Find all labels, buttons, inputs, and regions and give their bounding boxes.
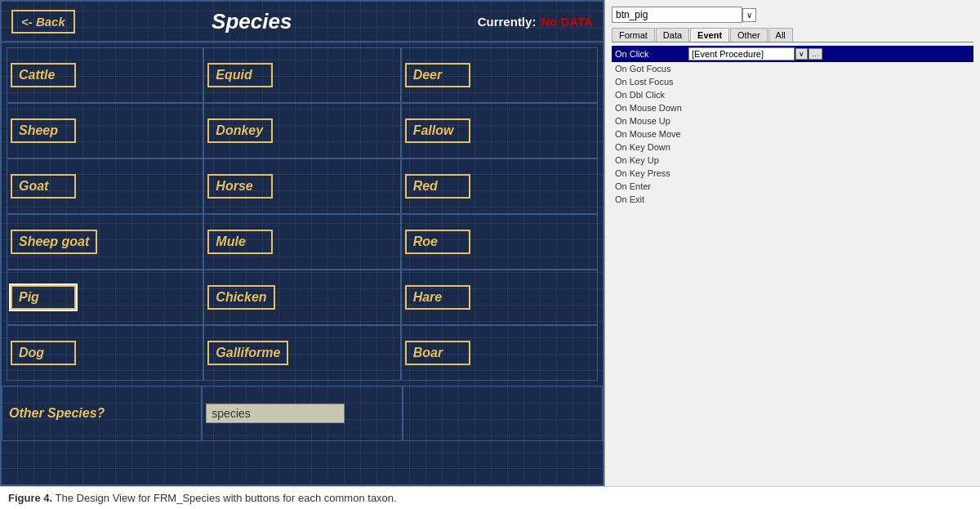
- hare-cell: Hare: [401, 270, 598, 325]
- mule-button[interactable]: Mule: [207, 230, 273, 254]
- event-row-label: On Key Up: [612, 154, 685, 167]
- caption-rest: The Design View for FRM_Species with but…: [52, 492, 397, 504]
- tab-data[interactable]: Data: [656, 28, 689, 42]
- sheep-button[interactable]: Sheep: [11, 118, 76, 143]
- species-grid: Cattle Equid Deer Sheep Donkey Fallow Go…: [2, 42, 603, 386]
- species-input-cell: [202, 386, 402, 441]
- no-data-label: No DATA: [541, 15, 593, 29]
- form-design-panel: <- Back Species Currently: No DATA Cattl…: [0, 0, 604, 486]
- red-cell: Red: [401, 159, 598, 214]
- donkey-button[interactable]: Donkey: [207, 118, 273, 143]
- roe-cell: Roe: [401, 214, 598, 270]
- cattle-cell: Cattle: [7, 47, 203, 103]
- event-row[interactable]: On Lost Focus: [612, 75, 973, 88]
- boar-button[interactable]: Boar: [405, 341, 470, 365]
- event-row-value: [685, 193, 973, 206]
- event-row-label: On Dbl Click: [612, 88, 685, 101]
- event-row-value: [685, 180, 973, 193]
- sheep-cell: Sheep: [7, 103, 203, 159]
- event-row-value: [685, 141, 973, 154]
- roe-button[interactable]: Roe: [405, 230, 470, 254]
- form-title: Species: [26, 9, 478, 34]
- form-header: <- Back Species Currently: No DATA: [2, 2, 603, 42]
- hare-button[interactable]: Hare: [405, 285, 470, 310]
- galliforme-button[interactable]: Galliforme: [207, 341, 288, 365]
- equid-button[interactable]: Equid: [207, 63, 273, 87]
- event-row-label: On Mouse Down: [612, 101, 685, 114]
- donkey-cell: Donkey: [203, 103, 400, 159]
- event-row-value: [685, 114, 973, 127]
- other-species-label-cell: Other Species?: [2, 386, 202, 441]
- event-row-value[interactable]: ∨…: [685, 46, 973, 62]
- event-table: On Click∨…On Got FocusOn Lost FocusOn Db…: [612, 46, 973, 206]
- event-dropdown-button[interactable]: ∨: [795, 48, 808, 60]
- event-row-value: [685, 127, 973, 141]
- dog-cell: Dog: [7, 325, 203, 381]
- event-row-label: On Key Down: [612, 141, 685, 154]
- event-row[interactable]: On Mouse Down: [612, 101, 973, 114]
- event-row[interactable]: On Exit: [612, 193, 973, 206]
- event-row[interactable]: On Click∨…: [612, 46, 973, 62]
- tab-event[interactable]: Event: [690, 28, 729, 42]
- event-row[interactable]: On Key Up: [612, 154, 973, 167]
- event-row-value: [685, 62, 973, 75]
- currently-label: Currently:: [478, 15, 537, 29]
- horse-button[interactable]: Horse: [207, 174, 273, 199]
- fallow-cell: Fallow: [401, 103, 598, 159]
- event-row-value: [685, 75, 973, 88]
- equid-cell: Equid: [203, 47, 400, 103]
- galliforme-cell: Galliforme: [203, 325, 400, 381]
- chicken-cell: Chicken: [203, 270, 400, 325]
- sheepgoat-cell: Sheep goat: [7, 214, 203, 270]
- deer-button[interactable]: Deer: [405, 63, 470, 87]
- goat-button[interactable]: Goat: [11, 174, 76, 199]
- tab-format[interactable]: Format: [612, 28, 655, 42]
- event-value-input[interactable]: [688, 47, 795, 60]
- event-row-label: On Lost Focus: [612, 75, 685, 88]
- chicken-button[interactable]: Chicken: [207, 285, 274, 310]
- event-row-label: On Got Focus: [612, 62, 685, 75]
- event-row-label: On Enter: [612, 180, 685, 193]
- species-empty-cell: [403, 386, 603, 441]
- properties-panel: ∨ Format Data Event Other All On Click∨……: [604, 0, 980, 486]
- dog-button[interactable]: Dog: [11, 341, 76, 365]
- goat-cell: Goat: [7, 159, 203, 214]
- prop-dropdown-button[interactable]: ∨: [742, 8, 756, 22]
- species-text-input[interactable]: [206, 404, 345, 423]
- event-row[interactable]: On Enter: [612, 180, 973, 193]
- event-row[interactable]: On Key Press: [612, 167, 973, 180]
- caption: Figure 4. The Design View for FRM_Specie…: [0, 486, 980, 509]
- caption-bold: Figure 4.: [8, 492, 52, 504]
- deer-cell: Deer: [401, 47, 598, 103]
- prop-title-row: ∨: [612, 7, 973, 23]
- pig-cell: Pig: [7, 270, 203, 325]
- event-row-value: [685, 167, 973, 180]
- event-row-value: [685, 101, 973, 114]
- fallow-button[interactable]: Fallow: [405, 118, 470, 143]
- event-row-value: [685, 88, 973, 101]
- prop-tabs: Format Data Event Other All: [612, 28, 973, 42]
- event-row-label: On Mouse Move: [612, 127, 685, 141]
- prop-title-input[interactable]: [612, 7, 742, 23]
- sheepgoat-button[interactable]: Sheep goat: [11, 230, 97, 254]
- event-row[interactable]: On Got Focus: [612, 62, 973, 75]
- event-builder-button[interactable]: …: [808, 48, 822, 60]
- event-row-label: On Exit: [612, 193, 685, 206]
- other-species-row: Other Species?: [2, 386, 603, 441]
- event-row[interactable]: On Dbl Click: [612, 88, 973, 101]
- event-row-label: On Mouse Up: [612, 114, 685, 127]
- mule-cell: Mule: [203, 214, 400, 270]
- pig-button[interactable]: Pig: [11, 285, 76, 310]
- event-row[interactable]: On Mouse Up: [612, 114, 973, 127]
- cattle-button[interactable]: Cattle: [11, 63, 76, 87]
- boar-cell: Boar: [401, 325, 598, 381]
- horse-cell: Horse: [203, 159, 400, 214]
- event-row-label: On Key Press: [612, 167, 685, 180]
- tab-other[interactable]: Other: [730, 28, 768, 42]
- event-row[interactable]: On Key Down: [612, 141, 973, 154]
- other-species-label: Other Species?: [9, 406, 105, 421]
- event-row-label: On Click: [612, 46, 685, 62]
- red-button[interactable]: Red: [405, 174, 470, 199]
- event-row[interactable]: On Mouse Move: [612, 127, 973, 141]
- tab-all[interactable]: All: [768, 28, 793, 42]
